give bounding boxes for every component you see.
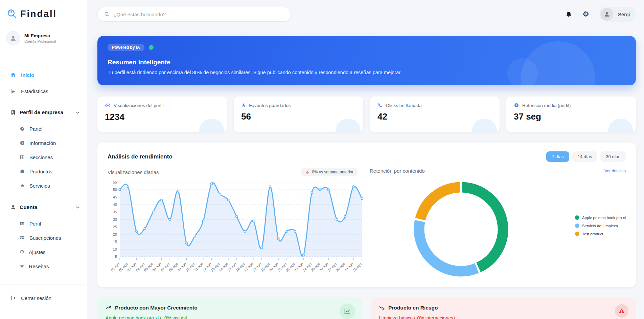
warning-icon — [615, 304, 628, 318]
svg-text:50: 50 — [113, 188, 117, 192]
logout-button[interactable]: Cerrar sesión — [0, 291, 87, 305]
donut-chart-section: Retención por contenido Ver detalles App… — [370, 168, 626, 282]
user-menu[interactable]: Sergi — [599, 7, 636, 22]
svg-text:18 ago: 18 ago — [252, 262, 262, 272]
topbar: ⚙ Sergi — [97, 6, 636, 22]
highlight-title: Producto con Mayor Crecimiento — [115, 305, 198, 311]
svg-text:22 ago: 22 ago — [285, 262, 296, 272]
sidebar-item-resenas[interactable]: ★ Reseñas — [0, 259, 87, 273]
grid-icon — [20, 154, 25, 160]
company-name: Mi Empresa — [24, 33, 56, 38]
gear-icon: ⚙ — [20, 249, 24, 255]
sidebar-item-panel[interactable]: Panel — [0, 122, 87, 136]
svg-text:45: 45 — [113, 195, 117, 199]
cuenta-sublist: Perfil Suscripciones ⚙ Ajustes ★ Reseñas — [0, 216, 87, 273]
svg-text:20: 20 — [113, 232, 117, 236]
sidebar-section-cuenta[interactable]: Cuenta — [0, 201, 87, 213]
sidebar-item-ajustes[interactable]: ⚙ Ajustes — [0, 245, 87, 259]
svg-text:04 ago: 04 ago — [135, 262, 145, 272]
phone-icon — [377, 103, 383, 108]
period-button-30d[interactable]: 30 días — [600, 151, 626, 162]
main-content: ⚙ Sergi Powered by IA Resumen inteligent… — [87, 0, 644, 319]
period-button-7d[interactable]: 7 días — [546, 151, 569, 162]
svg-text:21 ago: 21 ago — [277, 262, 287, 272]
svg-text:20 ago: 20 ago — [268, 262, 279, 272]
star-icon: ★ — [241, 103, 246, 108]
sidebar-nav: Inicio Estadísticas Perfil de empresa — [0, 59, 87, 305]
chevron-down-icon[interactable] — [75, 110, 80, 115]
home-icon — [10, 72, 16, 78]
svg-text:19 ago: 19 ago — [260, 262, 271, 272]
sidebar-item-label: Reseñas — [29, 263, 49, 269]
sidebar-item-label: Suscripciones — [29, 235, 61, 241]
period-selector: 7 días 14 días 30 días — [546, 151, 626, 162]
trend-up-icon — [106, 305, 112, 311]
user-avatar — [600, 8, 613, 21]
svg-text:35: 35 — [113, 210, 117, 214]
chevron-down-icon[interactable] — [75, 205, 80, 210]
sidebar-section-perfil-de-empresa[interactable]: Perfil de empresa — [0, 107, 87, 118]
banner-title: Resumen inteligente — [108, 59, 626, 66]
svg-text:01 ago: 01 ago — [110, 262, 120, 272]
stat-value: 37 seg — [514, 111, 628, 122]
svg-text:10: 10 — [113, 247, 117, 251]
sidebar-item-label: Servicios — [29, 183, 50, 189]
svg-text:55: 55 — [113, 180, 117, 184]
sidebar-item-label: Inicio — [21, 72, 34, 78]
sidebar-item-secciones[interactable]: Secciones — [0, 150, 87, 164]
period-button-14d[interactable]: 14 días — [572, 151, 598, 162]
sidebar-item-label: Información — [29, 140, 56, 146]
stat-label: Retención media (perfil) — [522, 103, 571, 108]
stat-value: 42 — [377, 111, 492, 122]
sidebar-item-productos[interactable]: Productos — [0, 164, 87, 178]
sidebar-item-inicio[interactable]: Inicio — [0, 68, 87, 82]
sidebar-item-label: Productos — [29, 169, 52, 174]
svg-text:15: 15 — [113, 240, 117, 244]
sidebar-section-label: Perfil de empresa — [20, 109, 63, 115]
legend-item: Servicio de Limpieza — [575, 224, 626, 228]
view-details-link[interactable]: Ver detalles — [604, 169, 626, 173]
perfil-de-empresa-sublist: Panel Información Secciones Productos — [0, 122, 87, 193]
svg-text:13 ago: 13 ago — [210, 262, 221, 272]
svg-text:09 ago: 09 ago — [177, 262, 187, 272]
person-icon — [603, 11, 610, 18]
stats-row: Visualizaciones del perfil 1234 ★ Favori… — [97, 97, 636, 132]
bell-icon[interactable] — [565, 11, 572, 18]
clock-icon — [514, 103, 519, 108]
sidebar-item-informacion[interactable]: Información — [0, 136, 87, 150]
legend-dot — [575, 224, 579, 228]
highlight-subtitle: Apple pc mac book pro xl (+0% visitas) — [106, 315, 354, 319]
sidebar-section-label: Cuenta — [20, 204, 38, 210]
search-input[interactable] — [113, 12, 284, 17]
highlight-title: Producto en Riesgo — [388, 305, 438, 311]
svg-text:26 ago: 26 ago — [318, 262, 329, 272]
brand-logo: Findall — [0, 0, 87, 20]
svg-text:28 ago: 28 ago — [335, 262, 346, 272]
cloche-icon — [20, 183, 25, 188]
svg-text:03 ago: 03 ago — [127, 262, 137, 272]
user-name: Sergi — [618, 12, 630, 17]
trend-badge-text: 0% vs semana anterior — [312, 170, 353, 174]
company-avatar — [6, 31, 20, 45]
legend-item: Apple pc mac book pro xl — [575, 215, 626, 220]
sidebar-item-suscripciones[interactable]: Suscripciones — [0, 231, 87, 245]
findall-magnifier-icon — [6, 8, 18, 20]
sidebar-item-servicios[interactable]: Servicios — [0, 178, 87, 193]
growth-chart-icon — [340, 303, 355, 319]
gear-icon[interactable]: ⚙ — [582, 10, 589, 18]
product-at-risk-card: Producto en Riesgo Limpieza básica (-0% … — [371, 297, 636, 319]
analysis-title: Análisis de rendimiento — [108, 153, 172, 160]
stat-label: Visualizaciones del perfil — [114, 103, 164, 108]
donut-legend: Apple pc mac book pro xl Servicio de Lim… — [575, 215, 626, 240]
svg-text:23 ago: 23 ago — [293, 262, 304, 272]
sidebar-item-perfil[interactable]: Perfil — [0, 216, 87, 231]
arrow-down-icon — [305, 170, 309, 174]
sidebar-item-estadisticas[interactable]: Estadísticas — [0, 84, 87, 98]
svg-text:40: 40 — [113, 203, 117, 207]
search-bar[interactable] — [97, 7, 291, 22]
legend-item: Test product — [575, 232, 626, 236]
gauge-icon — [20, 126, 25, 131]
sidebar-item-label: Panel — [29, 126, 42, 132]
sidebar-item-label: Estadísticas — [21, 88, 48, 94]
person-icon — [9, 35, 17, 42]
